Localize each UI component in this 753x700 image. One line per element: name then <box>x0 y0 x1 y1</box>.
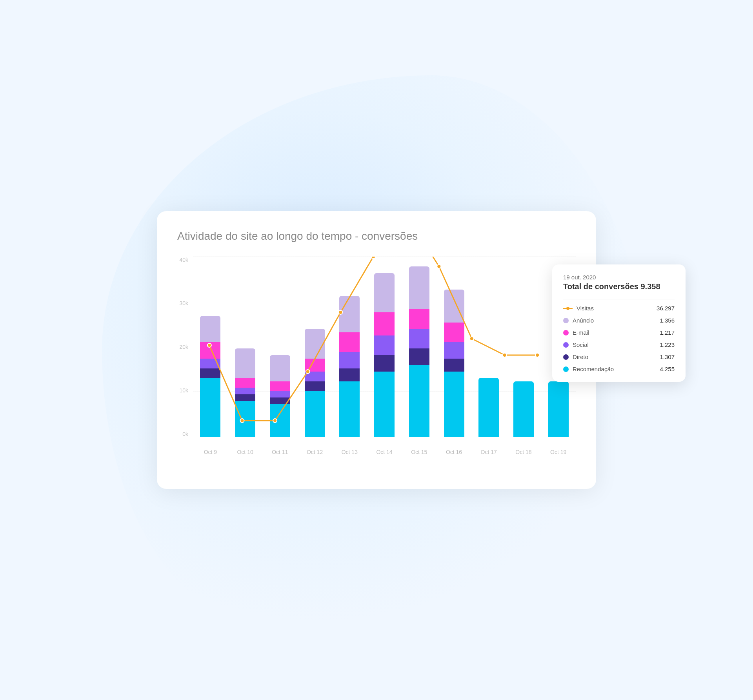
tooltip-row: Recomendação4.255 <box>563 366 675 372</box>
bar-segment <box>339 352 360 368</box>
bar-segment <box>235 394 255 401</box>
legend-value: 1.356 <box>660 317 675 324</box>
tooltip-row: Visitas36.297 <box>563 305 675 312</box>
legend-color-dot <box>563 330 569 335</box>
bar-segment <box>444 372 464 437</box>
x-axis-label: Oct 10 <box>228 449 263 455</box>
bar-group <box>262 257 297 437</box>
bar-segment <box>200 378 220 437</box>
bar-segment <box>444 342 464 359</box>
bar-segment <box>200 342 220 359</box>
x-axis-label: Oct 17 <box>471 449 506 455</box>
bar-segment <box>444 359 464 372</box>
bar-segment <box>270 404 290 437</box>
chart-card: Atividade do site ao longo do tempo - co… <box>157 211 596 489</box>
bar-segment <box>200 368 220 378</box>
tooltip-divider <box>563 299 675 299</box>
bar-segment <box>235 378 255 388</box>
bar-group <box>506 257 541 437</box>
x-axis: Oct 9Oct 10Oct 11Oct 12Oct 13Oct 14Oct 1… <box>193 445 576 468</box>
bar-segment <box>200 316 220 342</box>
x-axis-label: Oct 15 <box>402 449 437 455</box>
legend-color-dot <box>563 366 569 372</box>
bar-group <box>297 257 332 437</box>
bar-segment <box>339 381 360 437</box>
x-axis-label: Oct 9 <box>193 449 228 455</box>
bar-segment <box>548 381 569 437</box>
legend-label: Direto <box>573 354 660 360</box>
bar-segment <box>235 388 255 394</box>
bar-segment <box>513 381 534 437</box>
bar-segment <box>305 329 325 359</box>
bar-segment <box>270 397 290 404</box>
chart-area: 0k10k20k30k40k Oct 9Oct 10Oct 11Oct 12Oc… <box>177 257 576 468</box>
legend-label: Anúncio <box>573 317 660 324</box>
card-title: Atividade do site ao longo do tempo - co… <box>177 230 576 242</box>
bar-segment <box>270 381 290 391</box>
bar-segment <box>409 309 429 329</box>
x-axis-label: Oct 12 <box>297 449 332 455</box>
legend-color-dot <box>563 354 569 360</box>
bar-segment <box>235 348 255 378</box>
x-axis-label: Oct 16 <box>437 449 471 455</box>
bar-segment <box>409 348 429 365</box>
y-axis-label: 30k <box>179 300 188 306</box>
bars-container <box>193 257 576 437</box>
bar-segment <box>339 368 360 381</box>
bar-group <box>437 257 471 437</box>
bar-segment <box>374 335 395 355</box>
bar-group <box>471 257 506 437</box>
y-axis-label: 40k <box>179 257 188 263</box>
bar-segment <box>374 273 395 312</box>
bar-segment <box>374 312 395 335</box>
y-axis-label: 20k <box>179 344 188 350</box>
bar-segment <box>270 355 290 381</box>
bar-segment <box>305 372 325 381</box>
bar-segment <box>339 332 360 352</box>
legend-value: 4.255 <box>660 366 675 372</box>
legend-label: E-mail <box>573 329 660 336</box>
legend-value: 1.217 <box>660 329 675 336</box>
bar-group <box>402 257 437 437</box>
bar-segment <box>270 391 290 398</box>
tooltip-total: Total de conversões 9.358 <box>563 282 675 291</box>
bar-segment <box>444 290 464 323</box>
legend-value: 1.307 <box>660 354 675 360</box>
bar-group <box>332 257 367 437</box>
legend-label: Social <box>573 341 660 348</box>
tooltip-rows: Visitas36.297Anúncio1.356E-mail1.217Soci… <box>563 305 675 372</box>
bar-segment <box>409 329 429 348</box>
x-axis-label: Oct 11 <box>262 449 297 455</box>
bar-segment <box>478 378 499 437</box>
bar-segment <box>305 359 325 372</box>
x-axis-label: Oct 14 <box>367 449 402 455</box>
bar-segment <box>409 266 429 309</box>
legend-color-dot <box>563 342 569 348</box>
bar-segment <box>200 359 220 368</box>
x-axis-label: Oct 18 <box>506 449 541 455</box>
bar-segment <box>444 323 464 342</box>
x-axis-label: Oct 13 <box>332 449 367 455</box>
tooltip-card: 19 out. 2020 Total de conversões 9.358 V… <box>552 264 686 382</box>
tooltip-date: 19 out. 2020 <box>563 274 675 281</box>
bar-segment <box>339 296 360 332</box>
bar-segment <box>305 381 325 391</box>
bar-segment <box>374 372 395 437</box>
bar-segment <box>235 401 255 437</box>
tooltip-row: Anúncio1.356 <box>563 317 675 324</box>
legend-value: 1.223 <box>660 341 675 348</box>
legend-label: Visitas <box>577 305 657 312</box>
bar-group <box>367 257 402 437</box>
bar-group <box>228 257 263 437</box>
bar-segment <box>409 365 429 437</box>
y-axis-label: 0k <box>182 431 188 437</box>
x-axis-label: Oct 19 <box>541 449 576 455</box>
y-axis-label: 10k <box>179 387 188 394</box>
tooltip-row: Social1.223 <box>563 341 675 348</box>
chart-body: Oct 9Oct 10Oct 11Oct 12Oct 13Oct 14Oct 1… <box>193 257 576 468</box>
legend-color-dot <box>563 318 569 323</box>
legend-value: 36.297 <box>657 305 675 312</box>
bar-segment <box>305 391 325 437</box>
y-axis: 0k10k20k30k40k <box>177 257 193 437</box>
bar-segment <box>374 355 395 372</box>
